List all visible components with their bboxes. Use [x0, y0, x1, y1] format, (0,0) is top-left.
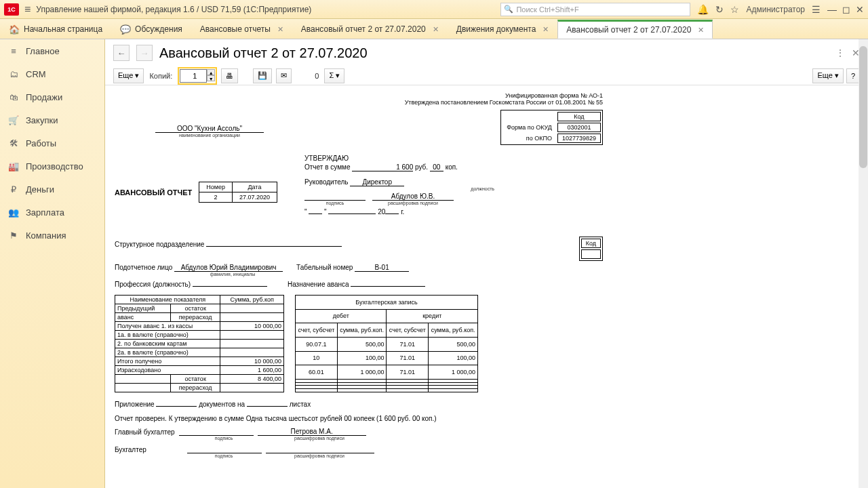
- accounting-table: Бухгалтерская записьдебеткредитсчет, суб…: [295, 295, 478, 392]
- print-toolbar: Еще ▾ Копий: ▲▼ 🖶 💾 ✉ 0 Σ ▾ Еще ▾ ?: [105, 66, 868, 85]
- org-name: ООО "Кухни Ассоль": [155, 125, 264, 133]
- spin-down-icon[interactable]: ▼: [207, 75, 215, 81]
- more-right-button[interactable]: Еще ▾: [812, 68, 843, 83]
- sidebar-item-salary[interactable]: 👥Зарплата: [0, 201, 104, 224]
- close-icon[interactable]: ✕: [542, 25, 549, 34]
- search-placeholder: Поиск Ctrl+Shift+F: [516, 5, 578, 14]
- form-header-2: Утверждена постановлением Госкомстата Ро…: [115, 99, 603, 106]
- sidebar-item-purchases[interactable]: 🛒Закупки: [0, 108, 104, 131]
- approve-label: УТВЕРЖДАЮ: [304, 155, 521, 162]
- spin-up-icon[interactable]: ▲: [207, 69, 215, 75]
- content: ← → Авансовый отчет 2 от 27.07.2020 ⋮ ✕ …: [105, 39, 868, 488]
- form-header-1: Унифицированная форма № АО-1: [115, 92, 603, 99]
- indicators-table: Наименование показателяСумма, руб.копПре…: [115, 295, 284, 392]
- close-icon[interactable]: ✕: [277, 25, 283, 34]
- tab-home[interactable]: 🏠Начальная страница: [0, 20, 111, 39]
- flag-icon: ⚑: [8, 230, 19, 241]
- sidebar-item-crm[interactable]: 🗂CRM: [0, 62, 104, 85]
- sidebar-item-works[interactable]: 🛠Работы: [0, 131, 104, 155]
- save-button[interactable]: 💾: [253, 68, 272, 83]
- history-icon[interactable]: ↻: [715, 4, 724, 15]
- close-icon[interactable]: ✕: [433, 25, 439, 34]
- sidebar-item-company[interactable]: ⚑Компания: [0, 224, 104, 247]
- org-caption: наименование организации: [155, 133, 264, 138]
- sidebar-item-main[interactable]: ≡Главное: [0, 39, 104, 62]
- copies-spinner[interactable]: ▲▼: [178, 67, 217, 85]
- close-icon[interactable]: ✕: [698, 26, 704, 35]
- cart-icon: 🛒: [8, 115, 19, 125]
- tab-movements[interactable]: Движения документа✕: [448, 20, 558, 39]
- menu-icon: ≡: [8, 46, 19, 56]
- zero-label: 0: [313, 72, 320, 80]
- email-button[interactable]: ✉: [276, 68, 292, 83]
- tab-discussions[interactable]: 💬Обсуждения: [111, 20, 191, 39]
- more-menu-icon[interactable]: ⋮: [835, 47, 845, 58]
- document-area[interactable]: Унифицированная форма № АО-1 Утверждена …: [105, 85, 868, 488]
- sidebar-item-production[interactable]: 🏭Производство: [0, 155, 104, 178]
- copies-label: Копий:: [148, 72, 174, 80]
- checked-text: Отчет проверен. К утверждению в сумме Од…: [115, 415, 603, 422]
- factory-icon: 🏭: [8, 161, 19, 171]
- app-title: Управление нашей фирмой, редакция 1.6 / …: [36, 5, 311, 14]
- settings-icon[interactable]: ☰: [812, 4, 821, 15]
- sigma-button[interactable]: Σ ▾: [324, 68, 344, 83]
- maximize-icon[interactable]: ◻: [842, 4, 850, 15]
- money-icon: ₽: [8, 184, 19, 195]
- tab-report-2a[interactable]: Авансовый отчет 2 от 27.07.2020✕: [292, 20, 448, 39]
- people-icon: 👥: [8, 207, 19, 218]
- global-search[interactable]: 🔍 Поиск Ctrl+Shift+F: [500, 3, 690, 16]
- sidebar: ≡Главное 🗂CRM 🛍Продажи 🛒Закупки 🛠Работы …: [0, 39, 105, 488]
- code-table: Код Форма по ОКУД0302001 по ОКПО10277398…: [500, 110, 603, 145]
- sidebar-item-sales[interactable]: 🛍Продажи: [0, 85, 104, 108]
- help-button[interactable]: ?: [846, 68, 860, 83]
- titlebar: 1C ≡ Управление нашей фирмой, редакция 1…: [0, 0, 868, 19]
- chat-icon: 💬: [120, 24, 131, 35]
- nav-forward[interactable]: →: [136, 45, 153, 61]
- bell-icon[interactable]: 🔔: [697, 4, 709, 15]
- tab-reports[interactable]: Авансовые отчеты✕: [191, 20, 292, 39]
- tools-icon: 🛠: [8, 138, 19, 148]
- home-icon: 🏠: [9, 24, 20, 35]
- scroll-thumb[interactable]: [859, 46, 867, 168]
- crm-icon: 🗂: [8, 69, 19, 79]
- menu-icon[interactable]: ≡: [24, 3, 31, 16]
- doc-title: АВАНСОВЫЙ ОТЧЕТ: [115, 188, 192, 197]
- more-button[interactable]: Еще ▾: [113, 68, 144, 83]
- star-icon[interactable]: ☆: [730, 4, 739, 15]
- user-name[interactable]: Администратор: [746, 5, 805, 14]
- minimize-icon[interactable]: —: [827, 4, 837, 15]
- search-icon: 🔍: [504, 5, 513, 14]
- nav-back[interactable]: ←: [113, 45, 130, 61]
- sales-icon: 🛍: [8, 92, 19, 102]
- scrollbar[interactable]: [859, 39, 868, 488]
- tabbar: 🏠Начальная страница 💬Обсуждения Авансовы…: [0, 19, 868, 39]
- close-window-icon[interactable]: ✕: [856, 4, 864, 15]
- copies-input[interactable]: [180, 69, 207, 83]
- page-title: Авансовый отчет 2 от 27.07.2020: [159, 45, 368, 61]
- print-button[interactable]: 🖶: [221, 68, 238, 83]
- logo-1c: 1C: [4, 3, 19, 16]
- tab-report-2b[interactable]: Авансовый отчет 2 от 27.07.2020✕: [557, 20, 713, 39]
- sidebar-item-money[interactable]: ₽Деньги: [0, 178, 104, 201]
